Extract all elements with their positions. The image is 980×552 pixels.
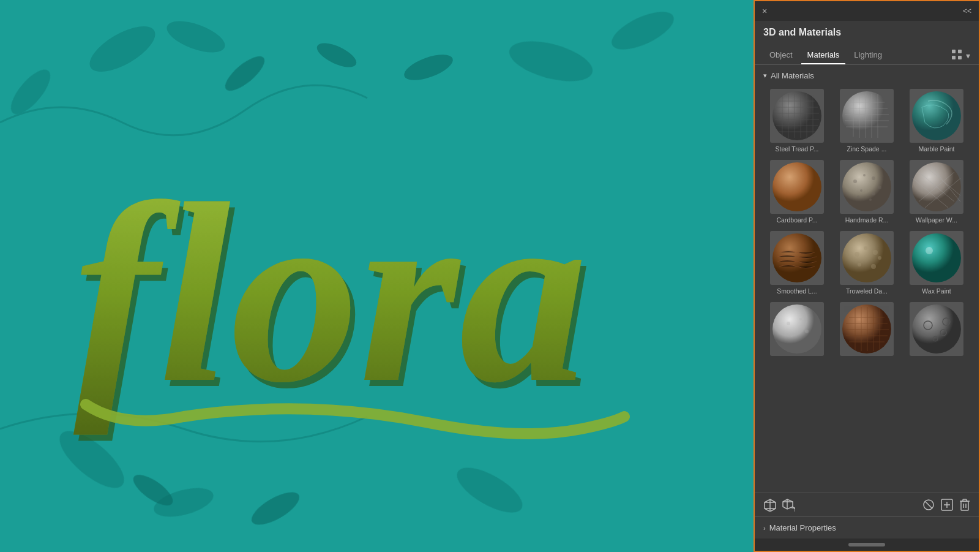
material-item-smoothed[interactable]: Smoothed L... (763, 229, 831, 297)
svg-text:flora: flora (73, 151, 588, 436)
material-thumb-troweled (840, 231, 894, 285)
panel-title-row: 3D and Materials (755, 21, 979, 42)
svg-rect-17 (952, 50, 956, 53)
material-item-brown-fabric[interactable] (833, 300, 900, 361)
svg-point-47 (842, 162, 891, 211)
grid-view-button[interactable] (951, 49, 962, 62)
material-item-wallpaper[interactable]: Wallpaper W... (903, 157, 970, 226)
svg-point-48 (853, 180, 857, 183)
apply-material-button[interactable] (763, 498, 777, 512)
svg-point-54 (869, 198, 872, 201)
material-label-steel-tread: Steel Tread P... (766, 145, 828, 153)
panel-chevron-button[interactable]: ▾ (966, 51, 970, 61)
svg-point-67 (873, 250, 878, 255)
svg-point-49 (863, 174, 866, 176)
svg-point-70 (878, 256, 881, 260)
material-properties-header[interactable]: › Material Properties (763, 523, 970, 532)
material-label-smoothed: Smoothed L... (766, 287, 828, 295)
material-properties-label: Material Properties (769, 523, 836, 532)
svg-point-45 (912, 91, 961, 140)
svg-point-68 (858, 263, 861, 267)
svg-point-50 (872, 176, 875, 180)
3d-materials-panel: × << 3D and Materials Object Materials L… (754, 0, 980, 552)
panel-collapse-button[interactable]: << (963, 7, 971, 15)
material-item-wax-paint[interactable]: Wax Paint (903, 229, 970, 297)
material-thumb-white-rough (770, 302, 824, 356)
material-label-wallpaper: Wallpaper W... (905, 216, 968, 224)
material-label-handmade: Handmade R... (836, 216, 898, 224)
restrict-button[interactable] (922, 499, 935, 511)
properties-chevron-icon: › (763, 524, 766, 532)
svg-point-65 (855, 252, 859, 257)
svg-rect-19 (952, 56, 956, 59)
material-item-cardboard[interactable]: Cardboard P... (763, 157, 831, 226)
material-item-zinc-spade[interactable]: Zinc Spade ... (833, 86, 900, 155)
material-item-steel-tread[interactable]: Steel Tread P... (763, 86, 831, 155)
material-label-cardboard: Cardboard P... (766, 216, 828, 224)
panel-close-button[interactable]: × (762, 6, 767, 16)
toolbar-right-group (922, 499, 970, 511)
delete-material-button[interactable] (959, 499, 970, 511)
svg-point-76 (805, 330, 809, 333)
svg-point-78 (842, 304, 891, 354)
tabs-actions: ▾ (951, 49, 970, 62)
all-materials-section-header[interactable]: ▾ All Materials (755, 65, 979, 86)
material-thumb-wallpaper (910, 160, 963, 214)
material-properties-section[interactable]: › Material Properties (755, 516, 979, 539)
svg-point-89 (912, 304, 961, 354)
panel-bottom-bar (755, 539, 979, 551)
svg-rect-20 (958, 56, 962, 59)
add-material-button[interactable] (941, 499, 953, 511)
material-label-marble-paint: Marble Paint (905, 145, 968, 153)
svg-marker-98 (783, 499, 793, 509)
svg-point-53 (857, 195, 859, 198)
all-materials-label: All Materials (771, 71, 814, 80)
material-item-troweled[interactable]: Troweled Da... (833, 229, 900, 297)
material-thumb-marble-paint (910, 89, 963, 143)
svg-point-75 (799, 318, 802, 320)
material-thumb-cardboard (770, 160, 824, 214)
svg-point-66 (864, 246, 867, 250)
svg-point-74 (787, 322, 790, 325)
material-item-handmade[interactable]: Handmade R... (833, 157, 900, 226)
canvas-area: flora flora flora (0, 0, 754, 552)
svg-point-64 (842, 233, 891, 282)
material-thumb-wax-paint (910, 231, 963, 285)
svg-point-46 (772, 162, 821, 211)
horizontal-scrollbar[interactable] (848, 543, 885, 546)
svg-point-52 (872, 192, 875, 195)
svg-point-63 (772, 233, 821, 282)
panel-toolbar (755, 493, 979, 516)
tab-lighting[interactable]: Lighting (848, 47, 888, 64)
material-item-marble-paint[interactable]: Marble Paint (903, 86, 970, 155)
tab-object[interactable]: Object (763, 47, 799, 64)
material-label-wax-paint: Wax Paint (905, 287, 968, 295)
section-chevron-icon: ▾ (763, 72, 767, 80)
material-label-zinc-spade: Zinc Spade ... (836, 145, 898, 153)
panel-header: × << (755, 1, 979, 21)
svg-rect-18 (958, 50, 962, 53)
material-thumb-steel-tread (770, 89, 824, 143)
material-thumb-brown-fabric (840, 302, 894, 356)
materials-scroll-area[interactable]: Steel Tread P... (755, 86, 979, 493)
tabs-row: Object Materials Lighting ▾ (755, 42, 979, 65)
assign-material-button[interactable] (782, 498, 795, 512)
material-item-moon-rock[interactable] (903, 300, 970, 361)
svg-point-69 (871, 264, 876, 269)
materials-grid: Steel Tread P... (763, 86, 970, 366)
material-thumb-zinc-spade (840, 89, 894, 143)
svg-point-55 (878, 186, 881, 189)
material-thumb-smoothed (770, 231, 824, 285)
svg-point-77 (790, 335, 793, 337)
svg-line-103 (925, 501, 932, 509)
svg-point-72 (926, 247, 933, 254)
material-thumb-moon-rock (910, 302, 963, 356)
material-item-white-rough[interactable] (763, 300, 831, 361)
svg-point-51 (860, 189, 862, 192)
material-thumb-handmade (840, 160, 894, 214)
toolbar-left-group (763, 498, 795, 512)
svg-rect-107 (961, 501, 968, 510)
svg-point-71 (912, 233, 961, 282)
tab-materials[interactable]: Materials (801, 47, 846, 64)
panel-title: 3D and Materials (763, 27, 841, 37)
